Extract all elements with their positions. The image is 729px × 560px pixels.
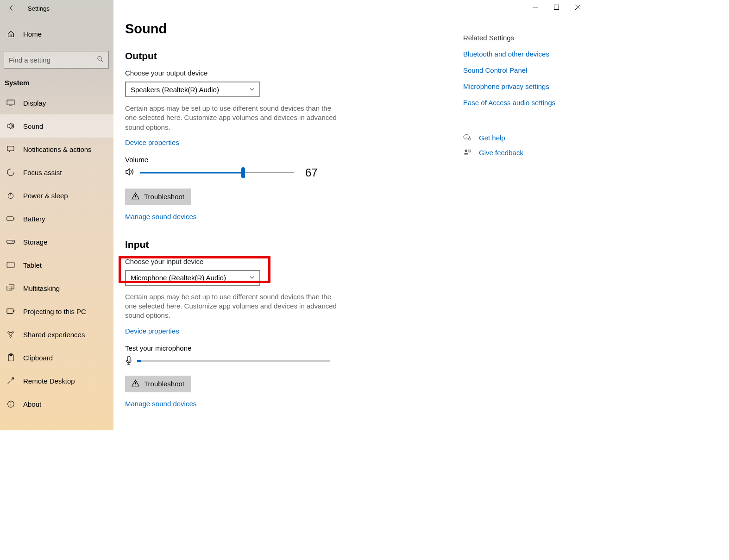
- sidebar-item-label: Tablet: [23, 261, 42, 269]
- sidebar-item-label: Multitasking: [23, 284, 60, 292]
- sidebar-item-label: Sound: [23, 122, 43, 130]
- search-box[interactable]: [4, 51, 109, 69]
- svg-rect-37: [468, 150, 471, 152]
- sound-icon: [6, 122, 15, 130]
- sidebar-home[interactable]: Home: [0, 23, 113, 44]
- troubleshoot-label: Troubleshoot: [144, 380, 184, 388]
- output-device-label: Choose your output device: [125, 69, 403, 77]
- svg-point-23: [10, 402, 11, 403]
- sidebar-home-label: Home: [23, 30, 42, 38]
- slider-thumb[interactable]: [241, 167, 245, 178]
- svg-rect-4: [7, 146, 14, 151]
- warning-icon: [132, 192, 139, 201]
- close-button[interactable]: [567, 0, 588, 14]
- sidebar-item-clipboard[interactable]: Clipboard: [0, 346, 113, 369]
- give-feedback-link[interactable]: Give feedback: [479, 149, 523, 157]
- minimize-button[interactable]: [524, 0, 546, 14]
- back-arrow-icon: [8, 5, 15, 11]
- sidebar-item-projecting[interactable]: Projecting to this PC: [0, 300, 113, 323]
- power-icon: [6, 192, 15, 199]
- sidebar-item-label: Battery: [23, 215, 45, 223]
- sidebar-item-label: Remote Desktop: [23, 377, 75, 385]
- svg-rect-13: [7, 286, 12, 290]
- sidebar-item-multitasking[interactable]: Multitasking: [0, 277, 113, 300]
- volume-slider[interactable]: [140, 167, 294, 179]
- volume-icon[interactable]: [125, 167, 134, 178]
- sidebar-item-focus-assist[interactable]: Focus assist: [0, 161, 113, 184]
- app-title: Settings: [28, 5, 50, 12]
- sidebar-item-shared[interactable]: Shared experiences: [0, 323, 113, 346]
- sidebar-item-about[interactable]: About: [0, 392, 113, 415]
- sidebar-item-label: Projecting to this PC: [23, 308, 86, 315]
- feedback-icon: [463, 148, 471, 157]
- sidebar-item-label: Focus assist: [23, 169, 62, 176]
- svg-rect-14: [9, 285, 14, 289]
- output-device-properties-link[interactable]: Device properties: [125, 138, 179, 146]
- related-link-mic-privacy[interactable]: Microphone privacy settings: [463, 82, 588, 90]
- test-mic-label: Test your microphone: [125, 344, 403, 352]
- display-icon: [6, 100, 15, 106]
- output-troubleshoot-button[interactable]: Troubleshoot: [125, 189, 191, 205]
- svg-rect-8: [14, 218, 15, 219]
- related-link-sound-cp[interactable]: Sound Control Panel: [463, 66, 588, 74]
- minimize-icon: [533, 5, 538, 10]
- svg-text:?: ?: [466, 135, 468, 138]
- search-icon: [97, 56, 104, 64]
- input-device-value: Microphone (Realtek(R) Audio): [131, 274, 226, 282]
- svg-point-18: [10, 336, 12, 338]
- close-icon: [575, 5, 580, 10]
- sidebar-item-sound[interactable]: Sound: [0, 114, 113, 138]
- search-input[interactable]: [9, 56, 97, 64]
- troubleshoot-label: Troubleshoot: [144, 193, 184, 201]
- sidebar-item-label: Notifications & actions: [23, 145, 92, 153]
- svg-rect-15: [7, 309, 13, 314]
- output-device-value: Speakers (Realtek(R) Audio): [131, 86, 219, 94]
- input-device-label: Choose your input device: [125, 258, 403, 265]
- focus-icon: [6, 168, 15, 176]
- battery-icon: [6, 216, 15, 221]
- svg-rect-30: [127, 356, 130, 361]
- sidebar-item-label: Clipboard: [23, 354, 53, 362]
- input-device-select[interactable]: Microphone (Realtek(R) Audio): [125, 270, 260, 286]
- sidebar-item-storage[interactable]: Storage: [0, 230, 113, 253]
- input-hint: Certain apps may be set up to use differ…: [125, 292, 340, 321]
- sidebar-item-tablet[interactable]: Tablet: [0, 253, 113, 277]
- output-manage-link[interactable]: Manage sound devices: [125, 213, 196, 220]
- sidebar-item-label: Storage: [23, 238, 48, 246]
- about-icon: [6, 400, 15, 408]
- sidebar-item-display[interactable]: Display: [0, 91, 113, 114]
- microphone-icon: [125, 356, 132, 366]
- svg-point-10: [13, 241, 13, 242]
- input-troubleshoot-button[interactable]: Troubleshoot: [125, 376, 191, 392]
- tablet-icon: [6, 262, 15, 268]
- sidebar-nav: Display Sound Notifications & actions Fo…: [0, 91, 113, 415]
- remote-icon: [6, 377, 15, 385]
- maximize-button[interactable]: [546, 0, 567, 14]
- mic-level-bar: [137, 360, 330, 362]
- back-button[interactable]: [8, 5, 15, 13]
- sidebar: Settings Home System Display Sound: [0, 0, 113, 430]
- maximize-icon: [554, 5, 559, 10]
- sidebar-item-label: Shared experiences: [23, 331, 85, 339]
- svg-line-1: [101, 60, 102, 61]
- sidebar-item-notifications[interactable]: Notifications & actions: [0, 138, 113, 161]
- sidebar-section-system: System: [0, 69, 113, 91]
- input-section-title: Input: [125, 239, 403, 250]
- warning-icon: [132, 379, 139, 388]
- related-link-bluetooth[interactable]: Bluetooth and other devices: [463, 50, 588, 58]
- sidebar-item-label: Power & sleep: [23, 192, 68, 200]
- sidebar-item-power[interactable]: Power & sleep: [0, 184, 113, 207]
- window-controls: [524, 0, 588, 14]
- input-manage-link[interactable]: Manage sound devices: [125, 400, 196, 408]
- output-device-select[interactable]: Speakers (Realtek(R) Audio): [125, 82, 260, 97]
- projecting-icon: [6, 308, 15, 315]
- sidebar-item-remote[interactable]: Remote Desktop: [0, 369, 113, 392]
- output-section-title: Output: [125, 50, 403, 62]
- sidebar-item-battery[interactable]: Battery: [0, 207, 113, 230]
- input-device-properties-link[interactable]: Device properties: [125, 327, 179, 335]
- svg-rect-7: [7, 217, 13, 220]
- chevron-down-icon: [249, 274, 255, 282]
- get-help-link[interactable]: Get help: [479, 134, 505, 142]
- svg-point-29: [135, 198, 136, 199]
- related-link-ease-access[interactable]: Ease of Access audio settings: [463, 99, 588, 107]
